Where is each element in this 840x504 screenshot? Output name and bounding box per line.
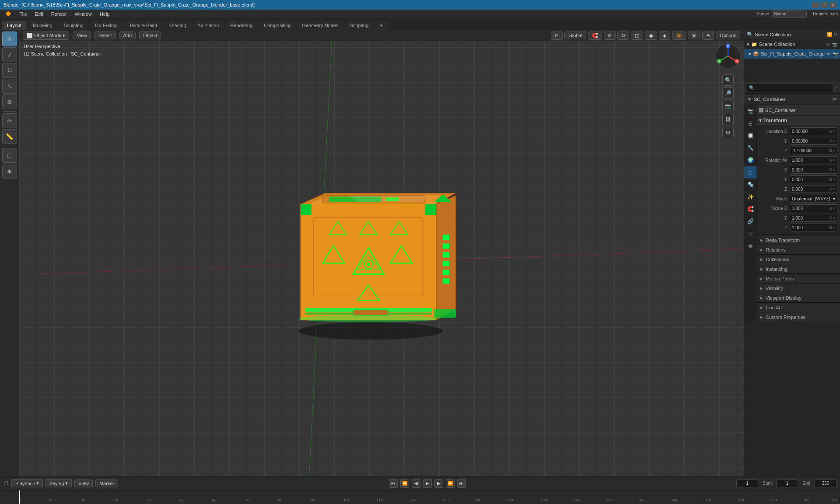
location-y-field[interactable]: 0.00000 ⊡× xyxy=(790,137,837,145)
rotation-y-field[interactable]: 0.000 ⊡× xyxy=(790,175,837,183)
outliner-sync[interactable]: ⟳ xyxy=(834,32,837,37)
item-render[interactable]: 📷 xyxy=(833,52,838,56)
tab-shading[interactable]: Shading xyxy=(163,21,191,30)
props-icon-particles[interactable]: ✨ xyxy=(744,191,756,203)
props-icon-render[interactable]: 📷 xyxy=(744,105,756,117)
menu-render[interactable]: Render xyxy=(48,10,70,18)
tab-uv-editing[interactable]: UV Editing xyxy=(90,21,123,30)
tab-layout[interactable]: Layout xyxy=(2,21,27,30)
view-menu[interactable]: View xyxy=(73,32,91,39)
proportional-fall[interactable]: ↻ xyxy=(617,32,629,40)
outliner-visibility-icon[interactable]: 👁 xyxy=(826,42,830,47)
shading-solid[interactable]: ◉ xyxy=(645,32,657,40)
close-button[interactable]: ✕ xyxy=(830,2,836,8)
tool-rotate[interactable]: ↻ xyxy=(2,63,17,78)
gizmos-button[interactable]: ⊕ xyxy=(702,32,714,40)
add-menu[interactable]: Add xyxy=(119,32,136,39)
tool-add-cube[interactable]: □ xyxy=(2,148,17,163)
prev-keyframe-button[interactable]: ◀ xyxy=(412,479,420,488)
menu-blender[interactable]: 🔶 xyxy=(2,10,15,18)
tab-modeling[interactable]: Modeling xyxy=(28,21,58,30)
scale-x-field[interactable]: 1.000 ⊡× xyxy=(790,204,837,212)
tool-move[interactable]: ⤢ xyxy=(2,47,17,62)
rotation-z-field[interactable]: 0.000 ⊡× xyxy=(790,185,837,193)
options-button[interactable]: Options xyxy=(716,32,740,39)
view-grid-button[interactable]: ⊞ xyxy=(722,127,734,138)
props-icon-data[interactable]: ▽ xyxy=(744,228,756,240)
scale-z-field[interactable]: 1.000 ⊡× xyxy=(790,224,837,231)
props-icon-output[interactable]: 🖨 xyxy=(744,117,756,130)
outliner-scene-collection[interactable]: ▾ 📁 Scene Collection 👁 📷 xyxy=(744,39,840,49)
marker-menu[interactable]: Marker xyxy=(95,480,118,487)
rotation-mode-dropdown[interactable]: Quaternion (WXYZ) ▾ xyxy=(790,195,837,203)
location-x-field[interactable]: 0.00000 ⊡× xyxy=(790,127,837,135)
view-camera-button[interactable]: 📷 xyxy=(722,101,734,112)
props-icon-object[interactable]: ◻ xyxy=(744,166,756,178)
scale-y-field[interactable]: 1.000 ⊡× xyxy=(790,214,837,222)
menu-window[interactable]: Window xyxy=(71,10,95,18)
timeline-view-menu[interactable]: View xyxy=(74,480,93,487)
tab-scripting[interactable]: Scripting xyxy=(344,21,374,30)
start-frame-input[interactable]: 1 xyxy=(776,480,798,487)
relations-section[interactable]: ▶ Relations xyxy=(756,245,840,254)
tab-animation[interactable]: Animation xyxy=(192,21,224,30)
visibility-section[interactable]: ▶ Visibility xyxy=(756,283,840,293)
props-icon-scene[interactable]: 🔧 xyxy=(744,142,756,154)
props-icon-material[interactable]: ◉ xyxy=(744,240,756,252)
outliner-filter[interactable]: 🔽 xyxy=(827,32,832,37)
transform-orientation[interactable]: Global xyxy=(564,32,586,39)
delta-transform-section[interactable]: ▶ Delta Transform xyxy=(756,235,840,245)
tab-add[interactable]: + xyxy=(374,21,388,30)
transform-pivot[interactable]: ⊙ xyxy=(551,32,563,40)
tab-sculpting[interactable]: Sculpting xyxy=(59,21,89,30)
play-button[interactable]: ▶ xyxy=(423,479,432,488)
zoom-in-button[interactable]: 🔍 xyxy=(722,74,734,86)
tool-cursor[interactable]: ✛ xyxy=(2,32,17,46)
properties-search-field[interactable]: 🔍 xyxy=(746,84,834,92)
timeline-ruler[interactable]: 1 10 20 30 40 50 60 70 80 90 100 110 120… xyxy=(0,490,840,504)
playback-menu[interactable]: Playback ▾ xyxy=(11,479,43,487)
tab-texture-paint[interactable]: Texture Paint xyxy=(124,21,162,30)
goto-start-button[interactable]: ⏮ xyxy=(389,479,398,488)
tool-scale[interactable]: ⤡ xyxy=(2,79,17,94)
maximize-button[interactable]: □ xyxy=(821,2,828,8)
menu-help[interactable]: Help xyxy=(96,10,113,18)
mode-selector[interactable]: ⬜ Object Mode ▾ xyxy=(23,32,69,40)
menu-file[interactable]: File xyxy=(16,10,31,18)
snap-toggle[interactable]: 🧲 xyxy=(588,32,602,40)
rotation-w-field[interactable]: 1.000 ⊡× xyxy=(790,156,837,164)
viewport-display-section[interactable]: ▶ Viewport Display xyxy=(756,293,840,302)
tab-geometry-nodes[interactable]: Geometry Nodes xyxy=(297,21,343,30)
rotation-x-field[interactable]: 0.000 ⊡× xyxy=(790,166,837,174)
view-render-button[interactable]: 🖼 xyxy=(722,114,734,125)
shading-material[interactable]: ◈ xyxy=(659,32,670,40)
overlays-button[interactable]: 👁 xyxy=(688,32,700,39)
location-z-field[interactable]: -17.09838 ⊡× xyxy=(790,147,837,154)
item-visibility[interactable]: 👁 xyxy=(826,52,831,56)
outliner-crate-item[interactable]: ▾ 📦 Sci_Fi_Supply_Crate_Orange 👁 📷 xyxy=(744,49,840,59)
custom-properties-section[interactable]: ▶ Custom Properties xyxy=(756,312,840,322)
zoom-out-button[interactable]: 🔎 xyxy=(722,88,734,99)
playhead[interactable] xyxy=(19,490,20,504)
minimize-button[interactable]: ─ xyxy=(812,2,819,8)
goto-end-button[interactable]: ⏭ xyxy=(457,479,466,488)
props-icon-modifiers[interactable]: 🔩 xyxy=(744,178,756,191)
object-name-field[interactable]: SC_Container xyxy=(765,108,795,113)
outliner-render-icon[interactable]: 📷 xyxy=(832,42,837,47)
menu-edit[interactable]: Edit xyxy=(32,10,47,18)
object-menu[interactable]: Object xyxy=(139,32,161,39)
instancing-section[interactable]: ▶ Instancing xyxy=(756,264,840,273)
props-icon-physics[interactable]: 🧲 xyxy=(744,203,756,215)
tool-add-mesh[interactable]: ◈ xyxy=(2,164,17,178)
step-forward-button[interactable]: ⏩ xyxy=(446,479,455,488)
tool-annotate[interactable]: ✏ xyxy=(2,113,17,128)
step-back-button[interactable]: ⏪ xyxy=(400,479,409,488)
properties-expand-icon[interactable]: ≫ xyxy=(832,96,837,102)
viewport-3d[interactable]: ⬜ Object Mode ▾ View Select Add Object ⊙… xyxy=(19,30,744,476)
current-frame-input[interactable]: 1 xyxy=(736,480,758,487)
tool-transform[interactable]: ⊕ xyxy=(2,94,17,109)
collections-section[interactable]: ▶ Collections xyxy=(756,254,840,264)
tab-compositing[interactable]: Compositing xyxy=(259,21,296,30)
props-icon-world[interactable]: 🌍 xyxy=(744,154,756,166)
shading-rendered[interactable]: 🔆 xyxy=(672,32,686,40)
